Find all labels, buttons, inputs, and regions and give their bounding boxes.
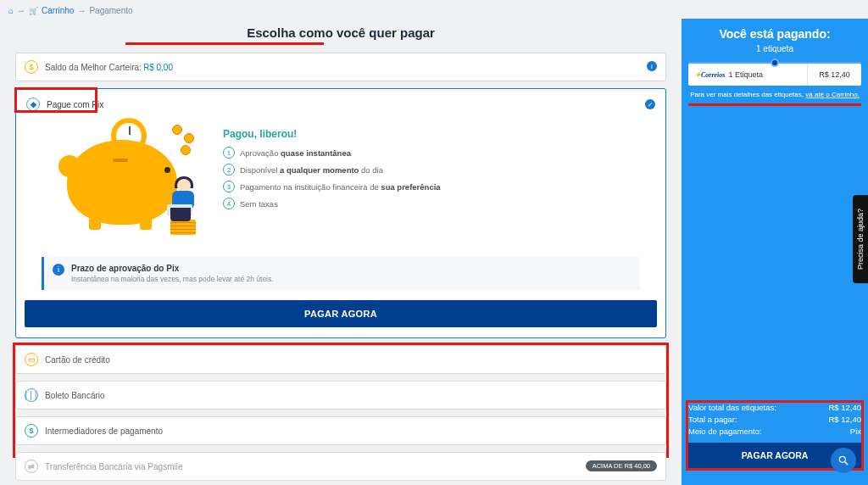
- transfer-icon: ⇄: [25, 460, 38, 473]
- svg-point-0: [839, 456, 845, 462]
- barcode-icon: │││: [25, 388, 38, 402]
- search-icon: [837, 454, 849, 466]
- payment-method-boleto[interactable]: │││ Boleto Bancário: [15, 381, 666, 410]
- method-label: Transferência Bancária via Pagsmile: [45, 462, 182, 471]
- chevron-right-icon: →: [77, 6, 86, 15]
- step-dot-icon: [771, 59, 779, 67]
- benefit-item: 2Disponível a qualquer momento do dia: [223, 164, 441, 176]
- wallet-label: Saldo da Melhor Carteira:: [45, 63, 142, 72]
- sidebar-count: 1 etiqueta: [687, 44, 863, 53]
- payment-method-intermediaries[interactable]: $ Intermediadores de pagamento: [15, 416, 666, 445]
- breadcrumb-cart[interactable]: Carrinho: [42, 6, 74, 15]
- wallet-value: R$ 0,00: [143, 63, 173, 72]
- cart-icon: 🛒: [29, 7, 38, 15]
- total-pay-key: Total a pagar:: [688, 415, 737, 424]
- breadcrumb-current: Pagamento: [89, 6, 132, 15]
- chevron-right-icon: →: [17, 6, 25, 15]
- credit-card-icon: ▭: [25, 353, 38, 366]
- annotation-underline: [688, 103, 861, 106]
- summary-sidebar: Você está pagando: 1 etiqueta ✦Correios …: [682, 19, 868, 485]
- sidebar-title: Você está pagando:: [687, 27, 863, 41]
- home-icon[interactable]: ⌂: [8, 6, 14, 15]
- annotation-rect: [14, 87, 97, 113]
- pix-illustration: [58, 123, 211, 242]
- pay-now-button[interactable]: PAGAR AGORA: [25, 300, 657, 327]
- dollar-icon: $: [25, 424, 38, 438]
- sidebar-note: Para ver mais detalhes das etiquetas, vá…: [682, 86, 868, 103]
- row-label: 1 Etiqueta: [728, 70, 763, 79]
- row-value: R$ 12,40: [807, 64, 861, 86]
- benefit-item: 1Aprovação quase instantânea: [223, 147, 441, 159]
- annotation-underline: [125, 42, 324, 45]
- info-icon[interactable]: i: [647, 61, 657, 71]
- payment-method-pix[interactable]: ◆ Pague com Pix ✓ Pagou: [15, 88, 666, 338]
- total-labels-key: Valor total das etiquetas:: [688, 403, 776, 412]
- method-label: Cartão de crédito: [45, 355, 110, 365]
- method-label: Boleto Bancário: [45, 391, 105, 400]
- wallet-icon: $: [25, 60, 38, 74]
- wallet-balance-card[interactable]: $ Saldo da Melhor Carteira: R$ 0,00 i: [15, 53, 666, 81]
- min-amount-badge: ACIMA DE R$ 40,00: [586, 460, 657, 471]
- info-icon: i: [53, 264, 64, 276]
- benefit-item: 4Sem taxas: [223, 198, 441, 209]
- payment-method-transfer[interactable]: ⇄ Transferência Bancária via Pagsmile AC…: [15, 452, 666, 481]
- pix-approval-notice: i Prazo de aprovação do Pix Instantânea …: [42, 257, 640, 290]
- breadcrumb: ⌂ → 🛒 Carrinho → Pagamento: [0, 0, 868, 19]
- method-key: Meio de pagamento:: [688, 426, 762, 436]
- notice-title: Prazo de aprovação do Pix: [71, 264, 274, 273]
- benefits-heading: Pagou, liberou!: [223, 128, 441, 140]
- method-label: Intermediadores de pagamento: [45, 426, 163, 436]
- help-tab[interactable]: Precisa de ajuda?: [853, 195, 868, 283]
- notice-subtitle: Instantânea na maioria das vezes, mas po…: [71, 275, 274, 283]
- go-to-cart-link[interactable]: vá até o Carrinho.: [805, 91, 860, 98]
- search-fab[interactable]: [831, 448, 856, 473]
- method-value: Pix: [850, 426, 861, 436]
- total-labels-value: R$ 12,40: [828, 403, 861, 412]
- total-pay-value: R$ 12,40: [828, 415, 861, 424]
- page-title: Escolha como você quer pagar: [245, 25, 437, 40]
- payment-method-credit[interactable]: ▭ Cartão de crédito: [15, 345, 666, 374]
- check-icon: ✓: [645, 99, 655, 109]
- correios-logo-icon: ✦Correios: [695, 71, 725, 79]
- benefit-item: 3Pagamento na instituição financeira de …: [223, 181, 441, 192]
- svg-line-1: [845, 462, 849, 465]
